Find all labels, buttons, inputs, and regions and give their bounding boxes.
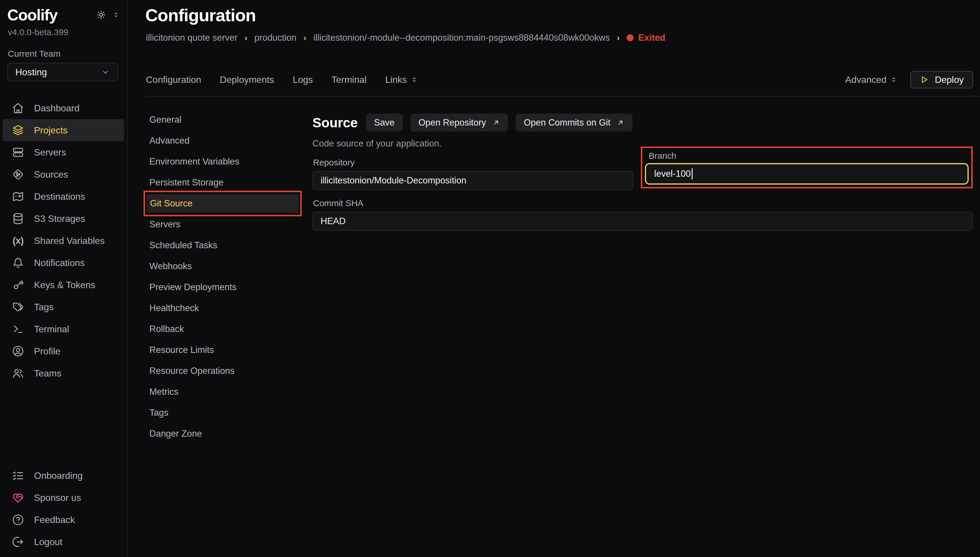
subnav-persistent-storage[interactable]: Persistent Storage (146, 172, 303, 193)
config-subnav: General Advanced Environment Variables P… (146, 109, 303, 444)
subnav-environment-variables[interactable]: Environment Variables (146, 151, 303, 172)
subnav-tags[interactable]: Tags (146, 402, 303, 423)
sidebar-item-notifications[interactable]: Notifications (3, 252, 124, 274)
sidebar-item-servers[interactable]: Servers (3, 141, 124, 163)
advanced-menu[interactable]: Advanced (845, 75, 897, 85)
sidebar-item-sources[interactable]: Sources (3, 163, 124, 186)
tab-deployments[interactable]: Deployments (220, 75, 274, 85)
team-select[interactable]: Hosting (7, 63, 118, 81)
sidebar-item-profile[interactable]: Profile (3, 340, 124, 362)
sidebar-item-label: Terminal (34, 324, 69, 335)
subnav-scheduled-tasks[interactable]: Scheduled Tasks (146, 235, 303, 256)
sidebar-item-label: Shared Variables (34, 236, 105, 246)
map-icon (12, 191, 24, 203)
chevron-down-icon (101, 67, 110, 77)
sidebar-item-onboarding[interactable]: Onboarding (3, 464, 124, 487)
sidebar-item-sponsor-us[interactable]: Sponsor us (3, 487, 124, 509)
subnav-resource-limits[interactable]: Resource Limits (146, 340, 303, 360)
subnav-advanced[interactable]: Advanced (146, 130, 303, 151)
save-button[interactable]: Save (366, 114, 403, 132)
subnav-general[interactable]: General (146, 109, 303, 130)
sidebar-item-label: Dashboard (34, 103, 80, 114)
branch-input[interactable]: level-100 (645, 163, 969, 185)
play-icon (920, 75, 929, 84)
sidebar-item-label: Projects (34, 125, 68, 136)
theme-toggle-sun-icon[interactable] (96, 10, 106, 20)
key-icon (12, 279, 24, 291)
sidebar-item-label: Onboarding (34, 471, 83, 481)
subnav-preview-deployments[interactable]: Preview Deployments (146, 277, 303, 298)
team-select-value: Hosting (15, 67, 47, 78)
subnav-danger-zone[interactable]: Danger Zone (146, 423, 303, 444)
sidebar-item-teams[interactable]: Teams (3, 362, 124, 384)
tab-bar: Configuration Deployments Logs Terminal … (146, 70, 973, 89)
breadcrumb-project[interactable]: illicitonion quote server (146, 33, 237, 43)
sidebar-item-terminal[interactable]: Terminal (3, 318, 124, 340)
sidebar-item-logout[interactable]: Logout (3, 531, 124, 553)
users-icon (12, 367, 24, 379)
source-heading: Source (312, 115, 358, 130)
sidebar: Coolify v4.0.0-beta.399 Current Team Hos… (0, 0, 128, 557)
sidebar-item-s3-storages[interactable]: S3 Storages (3, 208, 124, 230)
subnav-git-source[interactable]: Git Source (146, 194, 299, 213)
sidebar-item-label: Teams (34, 368, 61, 379)
sidebar-item-label: Notifications (34, 257, 85, 268)
status-dot-icon (627, 34, 634, 41)
breadcrumb-environment[interactable]: production (254, 33, 296, 43)
sidebar-item-destinations[interactable]: Destinations (3, 186, 124, 208)
tab-terminal[interactable]: Terminal (331, 75, 366, 85)
subnav-healthcheck[interactable]: Healthcheck (146, 298, 303, 319)
git-source-icon (12, 168, 24, 181)
sidebar-item-shared-variables[interactable]: (x) Shared Variables (3, 230, 124, 252)
sidebar-item-label: Keys & Tokens (34, 280, 95, 290)
breadcrumb-resource[interactable]: illicitestonion/-module--decomposition:m… (313, 33, 610, 43)
subnav-resource-operations[interactable]: Resource Operations (146, 360, 303, 381)
repository-input[interactable] (312, 171, 634, 190)
sidebar-item-label: Profile (34, 346, 60, 357)
sidebar-footer: Onboarding Sponsor us Feedback Logout (3, 464, 124, 553)
sidebar-item-label: Feedback (34, 515, 75, 525)
repository-label: Repository (313, 158, 354, 168)
sidebar-item-label: Tags (34, 302, 54, 313)
sidebar-item-tags[interactable]: Tags (3, 296, 124, 318)
sidebar-item-projects[interactable]: Projects (3, 119, 124, 141)
sidebar-item-dashboard[interactable]: Dashboard (3, 97, 124, 119)
tab-logs[interactable]: Logs (293, 75, 313, 85)
subnav-metrics[interactable]: Metrics (146, 381, 303, 402)
chevrons-up-down-icon[interactable] (112, 11, 120, 19)
sidebar-item-label: Servers (34, 147, 66, 158)
tab-configuration[interactable]: Configuration (146, 75, 201, 85)
breadcrumb-separator: › (617, 33, 619, 43)
heart-handshake-icon (12, 492, 24, 504)
database-icon (12, 212, 24, 225)
deploy-button[interactable]: Deploy (910, 71, 973, 88)
tab-divider (146, 96, 980, 96)
external-link-icon (617, 119, 624, 127)
sidebar-item-feedback[interactable]: Feedback (3, 509, 124, 531)
user-circle-icon (12, 345, 24, 357)
tab-links[interactable]: Links (385, 75, 418, 85)
layers-icon (12, 124, 24, 136)
sidebar-item-label: Logout (34, 537, 62, 547)
subnav-servers[interactable]: Servers (146, 214, 303, 235)
subnav-rollback[interactable]: Rollback (146, 319, 303, 340)
sidebar-item-keys-tokens[interactable]: Keys & Tokens (3, 274, 124, 296)
external-link-icon (492, 119, 500, 127)
sidebar-item-label: Sponsor us (34, 492, 81, 503)
status-label: Exited (638, 33, 665, 43)
server-icon (12, 146, 24, 158)
app-logo: Coolify (7, 6, 57, 24)
checklist-icon (12, 469, 24, 482)
sidebar-item-label: Sources (34, 169, 68, 180)
open-repository-button[interactable]: Open Repository (410, 114, 508, 132)
open-commits-button[interactable]: Open Commits on Git (515, 114, 632, 132)
breadcrumb: illicitonion quote server › production ›… (146, 33, 665, 43)
breadcrumb-separator: › (244, 33, 247, 43)
tags-icon (12, 301, 24, 313)
help-circle-icon (12, 514, 24, 526)
subnav-webhooks[interactable]: Webhooks (146, 256, 303, 277)
sidebar-item-label: S3 Storages (34, 213, 85, 224)
current-team-label: Current Team (8, 49, 60, 59)
commit-sha-input[interactable] (312, 212, 973, 231)
text-cursor (692, 168, 692, 179)
